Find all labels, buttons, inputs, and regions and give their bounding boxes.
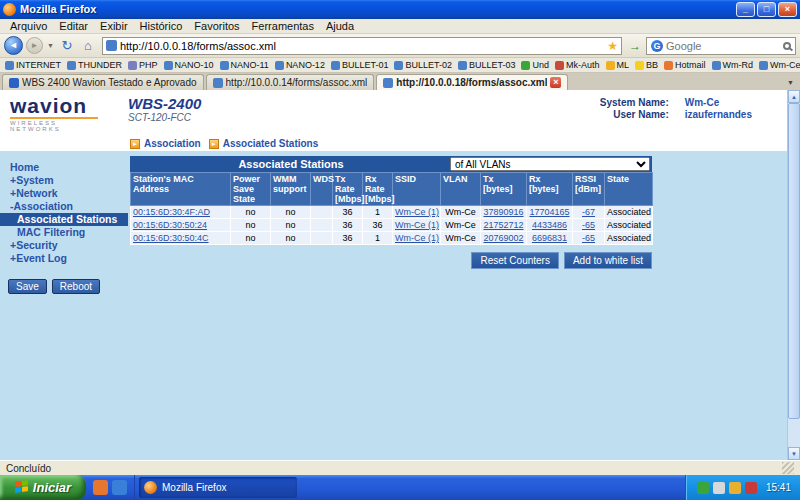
table-link[interactable]: 00:15:6D:30:50:24 (133, 220, 207, 230)
scroll-up-button[interactable]: ▲ (788, 90, 800, 103)
table-link[interactable]: -65 (582, 220, 595, 230)
url-input[interactable] (120, 40, 604, 52)
home-button[interactable]: ⌂ (79, 37, 97, 55)
tab[interactable]: http://10.0.0.14/forms/assoc.xml (206, 74, 375, 90)
search-box[interactable]: G (646, 37, 796, 55)
table-link[interactable]: 21752712 (483, 220, 523, 230)
bookmark-item[interactable]: PHP (128, 60, 158, 70)
column-header[interactable]: Power Save State (231, 173, 271, 206)
breadcrumb-link[interactable]: Associated Stations (223, 138, 319, 149)
google-engine-icon[interactable]: G (651, 40, 663, 52)
column-header[interactable]: WMM support (271, 173, 311, 206)
table-link[interactable]: -67 (582, 207, 595, 217)
resize-grip[interactable] (782, 462, 794, 474)
table-link[interactable]: Wm-Ce (1) (395, 220, 439, 230)
column-header[interactable]: Tx [bytes] (481, 173, 527, 206)
table-link[interactable]: 00:15:6D:30:4F:AD (133, 207, 210, 217)
list-all-tabs-button[interactable]: ▼ (783, 76, 798, 90)
menu-item[interactable]: Arquivo (4, 19, 53, 33)
close-button[interactable]: × (778, 2, 797, 17)
menu-item[interactable]: Ajuda (320, 19, 360, 33)
back-button[interactable]: ◄ (4, 36, 23, 55)
forward-button[interactable]: ► (26, 37, 43, 54)
column-header[interactable]: SSID (393, 173, 441, 206)
table-row: 00:15:6D:30:50:4Cnono361Wm-Ce (1)Wm-Ce20… (131, 232, 653, 245)
maximize-button[interactable]: □ (757, 2, 776, 17)
menu-item[interactable]: Editar (53, 19, 94, 33)
table-link[interactable]: 6696831 (532, 233, 567, 243)
scroll-down-button[interactable]: ▼ (788, 447, 800, 460)
sidebar-item[interactable]: +Event Log (0, 252, 128, 265)
menu-item[interactable]: Histórico (134, 19, 189, 33)
reload-button[interactable]: ↻ (58, 37, 76, 55)
tab[interactable]: WBS 2400 Wavion Testado e Aprovado (2, 74, 204, 90)
column-header[interactable]: Station's MAC Address (131, 173, 231, 206)
table-link[interactable]: -65 (582, 233, 595, 243)
wavion-logo: wavion WIRELESS NETWORKS (10, 95, 112, 132)
firefox-quicklaunch-icon[interactable] (93, 480, 108, 495)
scrollbar-track[interactable] (788, 103, 800, 447)
save-button[interactable]: Save (8, 279, 47, 294)
bookmark-item[interactable]: NANO-10 (164, 60, 214, 70)
device-model-block: WBS-2400 SCT-120-FCC (128, 95, 201, 123)
associated-stations-panel: Associated Stations of All VLANs Station… (130, 156, 652, 269)
table-link[interactable]: 37890916 (483, 207, 523, 217)
reset-counters-button[interactable]: Reset Counters (471, 252, 558, 269)
sidebar-item[interactable]: +Network (0, 187, 128, 200)
url-bar[interactable]: ★ (102, 37, 622, 55)
bookmark-item[interactable]: ML (606, 60, 630, 70)
column-header[interactable]: RSSI [dBm] (573, 173, 605, 206)
column-header[interactable]: Rx [bytes] (527, 173, 573, 206)
go-button[interactable]: → (627, 39, 643, 53)
bookmark-item[interactable]: Mk-Auth (555, 60, 600, 70)
history-dropdown-icon[interactable]: ▼ (46, 42, 55, 49)
bookmark-item[interactable]: Und (521, 60, 549, 70)
vertical-scrollbar[interactable]: ▲ ▼ (787, 90, 800, 460)
table-link[interactable]: 00:15:6D:30:50:4C (133, 233, 209, 243)
bookmark-item[interactable]: BULLET-03 (458, 60, 516, 70)
bookmark-star-icon[interactable]: ★ (607, 40, 618, 52)
tab-close-icon[interactable]: × (550, 77, 561, 88)
menu-item[interactable]: Favoritos (188, 19, 245, 33)
menu-item[interactable]: Ferramentas (246, 19, 320, 33)
sidebar-item[interactable]: MAC Filtering (0, 226, 128, 239)
minimize-button[interactable]: _ (736, 2, 755, 17)
bookmark-item[interactable]: Wm-Rd (712, 60, 754, 70)
sidebar-item[interactable]: Home (0, 161, 128, 174)
sidebar-item[interactable]: +System (0, 174, 128, 187)
sidebar-item[interactable]: -Association (0, 200, 128, 213)
bookmark-item[interactable]: NANO-12 (275, 60, 325, 70)
table-link[interactable]: Wm-Ce (1) (395, 233, 439, 243)
sidebar-item[interactable]: Associated Stations (0, 213, 128, 226)
bookmark-item[interactable]: BB (635, 60, 658, 70)
sidebar-item[interactable]: +Security (0, 239, 128, 252)
table-link[interactable]: 17704165 (529, 207, 569, 217)
bookmark-item[interactable]: NANO-11 (220, 60, 269, 70)
tab[interactable]: http://10.0.0.18/forms/assoc.xml× (376, 74, 568, 90)
breadcrumb-link[interactable]: Association (144, 138, 201, 149)
show-desktop-icon[interactable] (112, 480, 127, 495)
scrollbar-thumb[interactable] (788, 103, 800, 419)
bookmark-item[interactable]: INTERNET (5, 60, 61, 70)
bookmark-item[interactable]: Wm-Ce (759, 60, 800, 70)
bookmark-item[interactable]: Hotmail (664, 60, 706, 70)
bookmark-item[interactable]: THUNDER (67, 60, 122, 70)
menu-item[interactable]: Exibir (94, 19, 134, 33)
reboot-button[interactable]: Reboot (52, 279, 100, 294)
vlan-filter-select[interactable]: of All VLANs (450, 157, 650, 171)
magnifier-icon[interactable] (783, 42, 791, 50)
column-header[interactable]: VLAN (441, 173, 481, 206)
column-header[interactable]: WDS (311, 173, 333, 206)
table-link[interactable]: Wm-Ce (1) (395, 207, 439, 217)
column-header[interactable]: Tx Rate [Mbps] (333, 173, 363, 206)
table-link[interactable]: 20769002 (483, 233, 523, 243)
taskbar-task-button[interactable]: Mozilla Firefox (139, 477, 297, 498)
search-input[interactable] (666, 40, 780, 52)
bookmark-item[interactable]: BULLET-01 (331, 60, 389, 70)
start-button[interactable]: Iniciar (0, 475, 86, 500)
column-header[interactable]: State (605, 173, 653, 206)
bookmark-item[interactable]: BULLET-02 (394, 60, 452, 70)
column-header[interactable]: Rx Rate [Mbps] (363, 173, 393, 206)
table-link[interactable]: 4433486 (532, 220, 567, 230)
add-to-white-list-button[interactable]: Add to white list (564, 252, 652, 269)
